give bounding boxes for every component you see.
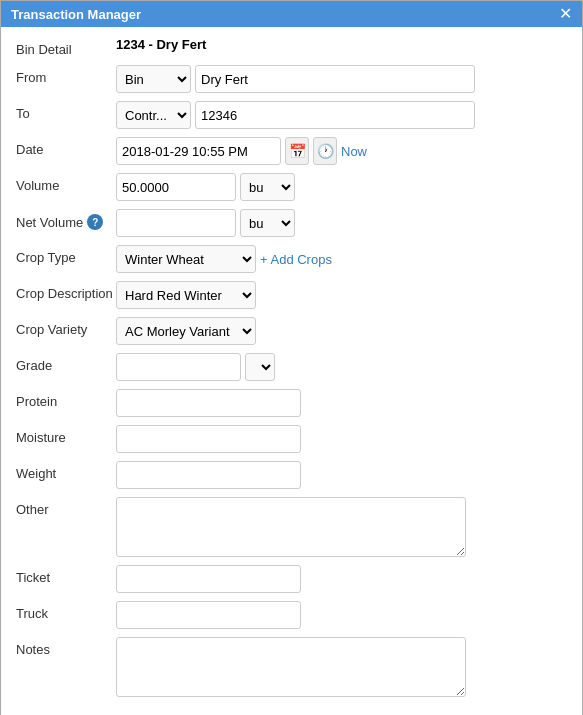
notes-label: Notes [16, 637, 116, 657]
net-volume-help-icon[interactable]: ? [87, 214, 103, 230]
to-value-input[interactable] [195, 101, 475, 129]
now-link[interactable]: Now [341, 144, 367, 159]
net-volume-row: Net Volume ? bu lbs tons [16, 209, 567, 237]
net-volume-unit-select[interactable]: bu lbs tons [240, 209, 295, 237]
grade-row: Grade [16, 353, 567, 381]
weight-input[interactable] [116, 461, 301, 489]
add-crops-link[interactable]: + Add Crops [260, 252, 332, 267]
notes-row: Notes [16, 637, 567, 697]
moisture-row: Moisture [16, 425, 567, 453]
from-label: From [16, 65, 116, 85]
moisture-input[interactable] [116, 425, 301, 453]
crop-description-row: Crop Description Hard Red Winter Hard Re… [16, 281, 567, 309]
crop-variety-row: Crop Variety AC Morley Variant Option 2 … [16, 317, 567, 345]
crop-description-select[interactable]: Hard Red Winter Hard Red Spring Soft Red… [116, 281, 256, 309]
notes-textarea[interactable] [116, 637, 466, 697]
transaction-manager-window: Transaction Manager ✕ Bin Detail 1234 - … [0, 0, 583, 715]
volume-input[interactable] [116, 173, 236, 201]
bin-detail-label: Bin Detail [16, 37, 116, 57]
window-title: Transaction Manager [11, 7, 141, 22]
truck-label: Truck [16, 601, 116, 621]
crop-type-select[interactable]: Winter Wheat Spring Wheat Corn Soybeans [116, 245, 256, 273]
ticket-label: Ticket [16, 565, 116, 585]
protein-row: Protein [16, 389, 567, 417]
from-type-select[interactable]: Bin Contract Other [116, 65, 191, 93]
volume-unit-select[interactable]: bu lbs tons [240, 173, 295, 201]
clock-icon-button[interactable]: 🕐 [313, 137, 337, 165]
date-label: Date [16, 137, 116, 157]
close-button[interactable]: ✕ [559, 6, 572, 22]
other-row: Other [16, 497, 567, 557]
to-label: To [16, 101, 116, 121]
calendar-icon-button[interactable]: 📅 [285, 137, 309, 165]
protein-input[interactable] [116, 389, 301, 417]
grade-input[interactable] [116, 353, 241, 381]
form-content: Bin Detail 1234 - Dry Fert From Bin Cont… [1, 27, 582, 715]
other-label: Other [16, 497, 116, 517]
title-bar: Transaction Manager ✕ [1, 1, 582, 27]
ticket-input[interactable] [116, 565, 301, 593]
bin-detail-row: Bin Detail 1234 - Dry Fert [16, 37, 567, 57]
net-volume-label-wrap: Net Volume ? [16, 209, 116, 230]
date-input[interactable] [116, 137, 281, 165]
from-value-input[interactable] [195, 65, 475, 93]
volume-row: Volume bu lbs tons [16, 173, 567, 201]
truck-input[interactable] [116, 601, 301, 629]
bin-detail-value: 1234 - Dry Fert [116, 37, 206, 52]
truck-row: Truck [16, 601, 567, 629]
weight-label: Weight [16, 461, 116, 481]
to-row: To Contr... Bin Other [16, 101, 567, 129]
moisture-label: Moisture [16, 425, 116, 445]
ticket-row: Ticket [16, 565, 567, 593]
crop-variety-label: Crop Variety [16, 317, 116, 337]
from-row: From Bin Contract Other [16, 65, 567, 93]
volume-label: Volume [16, 173, 116, 193]
weight-row: Weight [16, 461, 567, 489]
grade-select[interactable] [245, 353, 275, 381]
date-row: Date 📅 🕐 Now [16, 137, 567, 165]
to-type-select[interactable]: Contr... Bin Other [116, 101, 191, 129]
other-textarea[interactable] [116, 497, 466, 557]
crop-variety-select[interactable]: AC Morley Variant Option 2 Option 3 [116, 317, 256, 345]
crop-description-label: Crop Description [16, 281, 116, 301]
protein-label: Protein [16, 389, 116, 409]
crop-type-label: Crop Type [16, 245, 116, 265]
grade-label: Grade [16, 353, 116, 373]
net-volume-input[interactable] [116, 209, 236, 237]
crop-type-row: Crop Type Winter Wheat Spring Wheat Corn… [16, 245, 567, 273]
net-volume-label: Net Volume [16, 215, 83, 230]
